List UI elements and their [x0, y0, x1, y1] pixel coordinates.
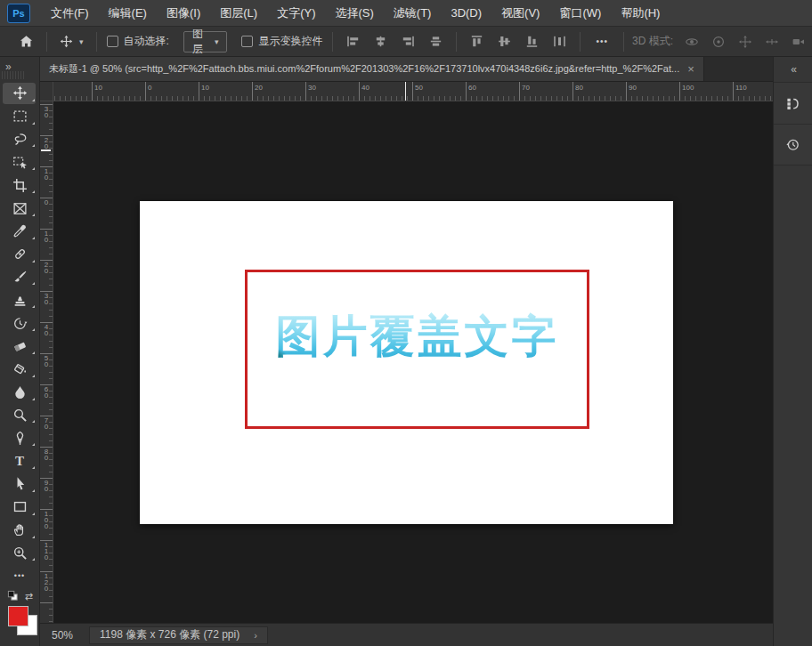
pan-3d-icon — [732, 30, 759, 53]
crop-tool[interactable] — [0, 174, 39, 197]
divider — [332, 32, 333, 52]
vertical-ruler[interactable]: 3 02 01 001 02 03 04 05 06 07 08 09 01 0… — [40, 101, 53, 623]
align-bottom-edges-button[interactable] — [518, 30, 546, 53]
chevron-down-icon: ▾ — [215, 37, 219, 46]
ruler-cursor-indicator — [405, 82, 406, 101]
dodge-tool[interactable] — [0, 404, 39, 427]
edit-toolbar-button[interactable]: ••• — [0, 564, 39, 587]
tools-panel: » T ••• — [0, 57, 40, 646]
eraser-tool[interactable] — [0, 335, 39, 358]
ruler-label: 70 — [522, 84, 530, 92]
orbit-3d-icon — [678, 30, 705, 53]
blur-tool[interactable] — [0, 381, 39, 404]
eyedropper-tool[interactable] — [0, 220, 39, 243]
pen-tool[interactable] — [0, 426, 39, 449]
tools-panel-header: » — [0, 57, 39, 82]
align-top-edges-button[interactable] — [463, 30, 491, 53]
brush-tool[interactable] — [0, 266, 39, 289]
distribute-horizontal-centers-button[interactable] — [546, 30, 573, 53]
menu-3d[interactable]: 3D(D) — [441, 6, 491, 20]
menu-layer[interactable]: 图层(L) — [210, 5, 267, 21]
menu-image[interactable]: 图像(I) — [157, 5, 210, 21]
default-colors-icon[interactable] — [7, 590, 19, 602]
history-brush-tool[interactable] — [0, 311, 39, 335]
right-panel-dock: « — [773, 57, 812, 646]
menu-type[interactable]: 文字(Y) — [267, 5, 325, 21]
history-panel-button[interactable] — [774, 124, 812, 166]
color-swatches — [0, 603, 39, 646]
menu-edit[interactable]: 编辑(E) — [99, 5, 157, 21]
document-info-field[interactable]: 1198 像素 x 726 像素 (72 ppi) › — [89, 626, 268, 644]
move-tool-option-button[interactable]: ▾ — [53, 30, 90, 53]
move-icon — [60, 35, 73, 48]
home-icon — [19, 34, 34, 49]
align-right-edges-button[interactable] — [394, 30, 422, 53]
ruler-label: 4 0 — [41, 324, 52, 336]
auto-select-checkbox[interactable]: 自动选择: — [107, 34, 169, 49]
spot-healing-brush-tool[interactable] — [0, 243, 39, 266]
collapsed-panel-icon — [785, 96, 800, 111]
divider — [623, 32, 624, 52]
ruler-label: 10 — [201, 84, 209, 92]
path-selection-tool[interactable] — [0, 472, 39, 496]
divider — [96, 32, 97, 52]
ruler-label: 0 — [148, 84, 151, 92]
object-selection-tool[interactable] — [0, 150, 39, 174]
show-transform-controls-checkbox[interactable]: 显示变换控件 — [241, 34, 322, 49]
ruler-label: 0 — [41, 199, 52, 206]
hand-tool[interactable] — [0, 519, 39, 542]
zoom-tool[interactable] — [0, 542, 39, 565]
lasso-tool[interactable] — [0, 128, 39, 151]
menu-filter[interactable]: 滤镜(T) — [384, 5, 442, 21]
checkbox-icon — [107, 36, 118, 47]
type-tool[interactable]: T — [0, 449, 39, 472]
align-vertical-centers-button[interactable] — [422, 30, 450, 53]
status-bar: 50% 1198 像素 x 726 像素 (72 ppi) › — [40, 623, 773, 646]
align-middle-button[interactable] — [491, 30, 518, 53]
frame-tool[interactable] — [0, 197, 39, 220]
panel-grip[interactable] — [2, 71, 25, 79]
collapsed-panel-button[interactable] — [774, 82, 812, 124]
document-canvas[interactable]: 图片覆盖文字 — [140, 201, 673, 524]
swap-colors-icon[interactable]: ⇄ — [25, 592, 33, 601]
foreground-color-swatch[interactable] — [8, 606, 28, 626]
status-chevron-icon[interactable]: › — [254, 630, 257, 641]
paint-bucket-tool[interactable] — [0, 358, 39, 381]
move-tool[interactable] — [0, 82, 39, 105]
canvas-overlay-text: 图片覆盖文字 — [245, 309, 589, 364]
ruler-label: 1 1 0 — [41, 542, 52, 561]
document-tab[interactable]: 未标题-1 @ 50% (src=http_%2F%2Fattach.bbs.m… — [40, 57, 704, 81]
rectangular-marquee-tool[interactable] — [0, 105, 39, 128]
menu-file[interactable]: 文件(F) — [41, 5, 99, 21]
options-bar: ▾ 自动选择: 图层 ▾ 显示变换控件 ••• 3D 模式: — [0, 27, 812, 57]
auto-select-target-dropdown[interactable]: 图层 ▾ — [183, 31, 228, 52]
ruler-row: 100102030405060708090100110 — [40, 82, 773, 101]
ruler-label: 2 0 — [41, 137, 52, 149]
document-area: 未标题-1 @ 50% (src=http_%2F%2Fattach.bbs.m… — [40, 57, 773, 646]
zoom-level-field[interactable]: 50% — [52, 629, 89, 642]
mode-3d-label: 3D 模式: — [632, 34, 673, 49]
more-options-button[interactable]: ••• — [587, 36, 617, 46]
ruler-label: 7 0 — [41, 417, 52, 430]
close-tab-icon[interactable]: × — [687, 63, 694, 75]
align-horizontal-centers-button[interactable] — [367, 30, 394, 53]
ruler-label: 9 0 — [41, 480, 52, 492]
menu-window[interactable]: 窗口(W) — [549, 5, 611, 21]
home-button[interactable] — [12, 30, 40, 53]
document-tab-bar: 未标题-1 @ 50% (src=http_%2F%2Fattach.bbs.m… — [40, 57, 773, 82]
roll-3d-icon — [705, 30, 732, 53]
ruler-label: 8 0 — [41, 448, 52, 461]
align-left-edges-button[interactable] — [339, 30, 367, 53]
show-transform-label: 显示变换控件 — [258, 34, 322, 49]
horizontal-ruler[interactable]: 100102030405060708090100110 — [53, 82, 773, 101]
clone-stamp-tool[interactable] — [0, 288, 39, 311]
canvas-viewport[interactable]: 图片覆盖文字 — [53, 101, 773, 623]
ruler-label: 5 0 — [41, 355, 52, 367]
menu-help[interactable]: 帮助(H) — [611, 5, 670, 21]
collapse-panels-icon[interactable]: « — [774, 57, 812, 82]
menu-view[interactable]: 视图(V) — [491, 5, 549, 21]
menu-select[interactable]: 选择(S) — [325, 5, 383, 21]
ruler-label: 1 0 — [41, 230, 52, 243]
ruler-corner — [40, 82, 53, 101]
rectangle-shape-tool[interactable] — [0, 496, 39, 519]
